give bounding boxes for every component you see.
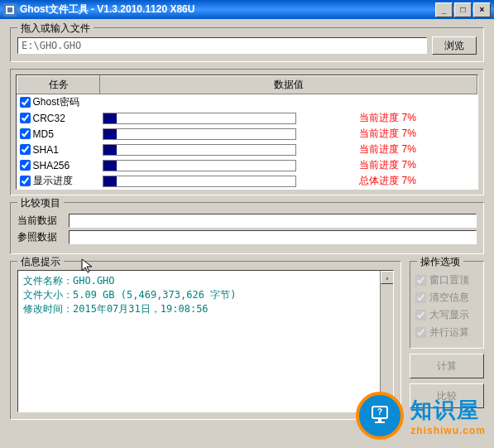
current-data-label: 当前数据: [17, 214, 64, 228]
task-checkbox-label[interactable]: SHA1: [20, 144, 98, 156]
svg-text:?: ?: [377, 407, 382, 417]
file-input-legend: 拖入或输入文件: [17, 22, 94, 36]
progress-bar: [103, 144, 296, 156]
task-checkbox[interactable]: [20, 97, 31, 108]
calculate-button[interactable]: 计算: [410, 354, 484, 378]
col-value: 数据值: [100, 76, 477, 94]
current-data-box: [69, 214, 477, 228]
watermark: ? 知识屋 zhishiwu.com: [356, 392, 486, 440]
col-task: 任务: [17, 76, 100, 94]
info-line: 文件大小：5.09 GB (5,469,373,626 字节): [23, 288, 388, 302]
minimize-button[interactable]: _: [435, 2, 453, 17]
options-legend: 操作选项: [417, 255, 463, 269]
compare-group: 比较项目 当前数据 参照数据: [10, 202, 484, 254]
task-label: SHA256: [33, 160, 70, 171]
watermark-text-en: zhishiwu.com: [410, 425, 486, 436]
task-checkbox[interactable]: [20, 128, 31, 139]
scroll-up-icon[interactable]: ▴: [381, 271, 394, 284]
table-row: Ghost密码: [17, 94, 477, 111]
table-row: 显示进度总体进度 7%: [17, 173, 477, 189]
table-row: SHA1当前进度 7%: [17, 142, 477, 157]
task-label: Ghost密码: [33, 95, 79, 109]
task-checkbox[interactable]: [20, 160, 31, 171]
option-item[interactable]: 并行运算: [415, 325, 478, 340]
task-checkbox-label[interactable]: 显示进度: [20, 174, 98, 188]
task-checkbox[interactable]: [20, 176, 31, 186]
close-button[interactable]: ×: [473, 2, 491, 17]
compare-legend: 比较项目: [17, 196, 64, 210]
window-title: Ghost文件工具 - V1.3.2010.1120 X86U: [20, 2, 435, 17]
task-checkbox-label[interactable]: MD5: [20, 128, 98, 140]
task-checkbox-label[interactable]: Ghost密码: [20, 95, 98, 109]
title-bar: Ghost文件工具 - V1.3.2010.1120 X86U _ □ ×: [0, 0, 494, 19]
option-label: 窗口置顶: [429, 273, 469, 287]
ref-data-label: 参照数据: [17, 230, 64, 244]
option-label: 清空信息: [429, 291, 469, 305]
option-item[interactable]: 清空信息: [415, 291, 478, 305]
task-checkbox[interactable]: [20, 144, 31, 155]
table-row: CRC32当前进度 7%: [17, 110, 477, 126]
options-group: 操作选项 窗口置顶清空信息大写显示并行运算: [410, 261, 484, 349]
watermark-icon: ?: [356, 392, 404, 440]
file-input-group: 拖入或输入文件 浏览: [10, 27, 484, 62]
task-label: CRC32: [33, 113, 65, 124]
info-line: 文件名称：GHO.GHO: [23, 274, 388, 288]
task-label: SHA1: [33, 144, 59, 156]
task-group: 任务 数据值 Ghost密码CRC32当前进度 7%MD5当前进度 7%SHA1…: [10, 69, 484, 195]
option-item[interactable]: 窗口置顶: [415, 273, 478, 287]
progress-bar: [103, 176, 296, 187]
progress-bar: [103, 128, 296, 140]
task-label: MD5: [33, 128, 54, 140]
option-label: 大写显示: [429, 308, 469, 322]
ref-data-box: [69, 230, 477, 244]
svg-rect-4: [375, 422, 385, 423]
progress-value: 当前进度 7%: [299, 110, 477, 126]
watermark-text-zh: 知识屋: [410, 396, 486, 425]
table-row: MD5当前进度 7%: [17, 126, 477, 142]
task-checkbox-label[interactable]: SHA256: [20, 160, 98, 171]
app-icon: [3, 3, 17, 17]
progress-value: [299, 94, 477, 111]
task-checkbox[interactable]: [20, 113, 31, 123]
info-textarea[interactable]: 文件名称：GHO.GHO文件大小：5.09 GB (5,469,373,626 …: [17, 270, 394, 412]
file-path-input[interactable]: [17, 37, 427, 54]
option-item[interactable]: 大写显示: [415, 308, 478, 322]
option-checkbox[interactable]: [415, 292, 426, 303]
info-group: 信息提示 文件名称：GHO.GHO文件大小：5.09 GB (5,469,373…: [10, 261, 401, 420]
table-row: SHA256当前进度 7%: [17, 157, 477, 173]
option-checkbox[interactable]: [415, 310, 426, 320]
progress-bar: [103, 113, 296, 124]
info-line: 修改时间：2015年07月31日，19:08:56: [23, 302, 388, 316]
task-table: 任务 数据值 Ghost密码CRC32当前进度 7%MD5当前进度 7%SHA1…: [17, 75, 477, 189]
progress-value: 当前进度 7%: [299, 157, 477, 173]
progress-value: 总体进度 7%: [299, 173, 477, 189]
browse-button[interactable]: 浏览: [432, 36, 477, 55]
info-scrollbar[interactable]: ▴ ▾: [380, 271, 393, 412]
info-legend: 信息提示: [17, 255, 64, 269]
progress-value: 当前进度 7%: [299, 142, 477, 157]
task-label: 显示进度: [33, 174, 73, 188]
option-checkbox[interactable]: [415, 327, 426, 338]
task-checkbox-label[interactable]: CRC32: [20, 113, 98, 124]
option-checkbox[interactable]: [415, 275, 426, 286]
svg-rect-3: [378, 418, 381, 422]
option-label: 并行运算: [429, 325, 469, 340]
maximize-button[interactable]: □: [454, 2, 472, 17]
progress-bar: [103, 160, 296, 171]
progress-value: 当前进度 7%: [299, 126, 477, 142]
